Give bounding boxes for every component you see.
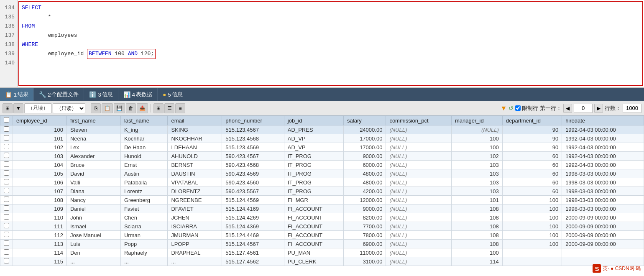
- tab-config[interactable]: 🔧 2 个配置文件: [34, 88, 84, 101]
- table-row[interactable]: 105DavidAustinDAUSTIN590.423.4569IT_PROG…: [0, 169, 644, 178]
- row-checkbox[interactable]: [4, 179, 9, 184]
- header-manager-id[interactable]: manager_id: [452, 116, 503, 125]
- row-checkbox[interactable]: [4, 249, 9, 255]
- grid-btn[interactable]: ⊞: [153, 103, 164, 113]
- tab-info1[interactable]: ℹ️ 3 信息: [84, 88, 118, 101]
- menu-btn[interactable]: ▼: [13, 103, 23, 113]
- table-row[interactable]: 111IsmaelSciarraISCIARRA515.124.4369FI_A…: [0, 222, 644, 231]
- table-row[interactable]: 114DenRaphaelyDRAPHEAL515.127.4561PU_MAN…: [0, 248, 644, 257]
- row-checkbox-cell[interactable]: [0, 134, 13, 143]
- table-row[interactable]: 102LexDe HaanLDEHAAN515.123.4569AD_VP170…: [0, 143, 644, 152]
- cell-job_id: FI_ACCOUNT: [284, 213, 343, 222]
- limit-checkbox[interactable]: [515, 105, 521, 111]
- code-area[interactable]: SELECT * FROM employees WHERE employee_i…: [18, 0, 644, 87]
- table-row[interactable]: 103AlexanderHunoldAHUNOLD590.423.4567IT_…: [0, 152, 644, 161]
- header-email[interactable]: email: [168, 116, 222, 125]
- export-btn[interactable]: 📤: [137, 103, 148, 113]
- paste-btn[interactable]: 📋: [102, 103, 113, 113]
- cell-salary: 4200.00: [344, 187, 386, 196]
- row-checkbox[interactable]: [4, 170, 9, 176]
- header-last-name[interactable]: last_name: [120, 116, 168, 125]
- cell-phone_number: 515.123.4569: [222, 143, 284, 152]
- row-checkbox-cell[interactable]: [0, 231, 13, 240]
- row-checkbox[interactable]: [4, 135, 9, 141]
- row-checkbox[interactable]: [4, 161, 9, 167]
- row-checkbox-cell[interactable]: [0, 152, 13, 161]
- row-checkbox[interactable]: [4, 126, 9, 132]
- table-row[interactable]: 115.........515.127.4562PU_CLERK3100.00(…: [0, 257, 644, 266]
- row-checkbox-cell[interactable]: [0, 169, 13, 178]
- header-phone-number[interactable]: phone_number: [222, 116, 284, 125]
- row-checkbox-cell[interactable]: [0, 196, 13, 204]
- select-all-checkbox[interactable]: [4, 117, 9, 123]
- cell-commission_pct: (NULL): [386, 161, 452, 169]
- cell-manager_id: 100: [452, 143, 503, 152]
- cell-last_name: Lorentz: [120, 187, 168, 196]
- header-job-id[interactable]: job_id: [284, 116, 343, 125]
- prev-page-btn[interactable]: ◀: [563, 104, 572, 113]
- row-checkbox-cell[interactable]: [0, 143, 13, 152]
- table-row[interactable]: 113LuisPoppLPOPP515.124.4567FI_ACCOUNT69…: [0, 240, 644, 248]
- row-checkbox[interactable]: [4, 144, 9, 149]
- limit-check[interactable]: 限制行 第一行：: [515, 105, 562, 112]
- table-row[interactable]: 112Jose ManuelUrmanJMURMAN515.124.4469FI…: [0, 231, 644, 240]
- next-page-btn[interactable]: ▶: [594, 104, 603, 113]
- row-checkbox-cell[interactable]: [0, 187, 13, 196]
- row-checkbox[interactable]: [4, 214, 9, 220]
- cell-first_name: Bruce: [66, 161, 120, 169]
- sep1: [88, 104, 88, 112]
- header-checkbox-col[interactable]: [0, 116, 13, 125]
- row-checkbox-cell[interactable]: [0, 257, 13, 266]
- row-checkbox-cell[interactable]: [0, 213, 13, 222]
- save-btn[interactable]: 💾: [114, 103, 125, 113]
- form-btn[interactable]: ☰: [164, 103, 174, 113]
- table-row[interactable]: 100StevenK_ingSKING515.123.4567AD_PRES24…: [0, 125, 644, 134]
- table-row[interactable]: 106ValliPataballaVPATABAL590.423.4560IT_…: [0, 178, 644, 187]
- table-row[interactable]: 107DianaLorentzDLORENTZ590.423.5567IT_PR…: [0, 187, 644, 196]
- grid-view-btn[interactable]: ⊞: [3, 103, 13, 113]
- row-checkbox-cell[interactable]: [0, 240, 13, 248]
- table-row[interactable]: 109DanielFavietDFAVIET515.124.4169FI_ACC…: [0, 204, 644, 213]
- cell-phone_number: 515.127.4561: [222, 248, 284, 257]
- header-commission-pct[interactable]: commission_pct: [386, 116, 452, 125]
- filter-icon[interactable]: ▼: [501, 105, 507, 112]
- cell-first_name: Alexander: [66, 152, 120, 161]
- row-checkbox[interactable]: [4, 153, 9, 158]
- cell-commission_pct: (NULL): [386, 257, 452, 266]
- row-checkbox[interactable]: [4, 197, 9, 202]
- tab-info2[interactable]: ● 5 信息: [158, 88, 188, 101]
- header-salary[interactable]: salary: [344, 116, 386, 125]
- row-checkbox-cell[interactable]: [0, 178, 13, 187]
- row-checkbox[interactable]: [4, 258, 9, 263]
- tab-tabledata[interactable]: 📊 4 表数据: [118, 88, 158, 101]
- row-checkbox[interactable]: [4, 223, 9, 228]
- row-checkbox-cell[interactable]: [0, 125, 13, 134]
- refresh-icon[interactable]: ↺: [509, 105, 514, 112]
- copy-btn[interactable]: ⎘: [91, 103, 101, 113]
- header-hiredate[interactable]: hiredate: [562, 116, 644, 125]
- row-checkbox[interactable]: [4, 240, 9, 246]
- row-checkbox[interactable]: [4, 205, 9, 211]
- results-table-container[interactable]: employee_id first_name last_name email p…: [0, 115, 644, 276]
- delete-btn[interactable]: 🗑: [126, 103, 136, 113]
- readonly-select[interactable]: （只读）: [53, 103, 85, 113]
- row-checkbox-cell[interactable]: [0, 222, 13, 231]
- row-checkbox[interactable]: [4, 232, 9, 237]
- text-btn[interactable]: ≡: [175, 103, 185, 113]
- row-count-input[interactable]: [623, 104, 641, 113]
- table-row[interactable]: 110JohnChenJCHEN515.124.4269FI_ACCOUNT82…: [0, 213, 644, 222]
- row-start-input[interactable]: [574, 104, 593, 113]
- table-row[interactable]: 104BruceErnstBERNST590.423.4568IT_PROG60…: [0, 161, 644, 169]
- cell-employee_id: 100: [13, 125, 67, 134]
- row-checkbox-cell[interactable]: [0, 204, 13, 213]
- header-employee-id[interactable]: employee_id: [13, 116, 67, 125]
- row-checkbox-cell[interactable]: [0, 161, 13, 169]
- table-row[interactable]: 108NancyGreenbergNGREENBE515.124.4569FI_…: [0, 196, 644, 204]
- cell-first_name: Jose Manuel: [66, 231, 120, 240]
- row-checkbox[interactable]: [4, 188, 9, 193]
- table-row[interactable]: 101NeenaKochharNKOCHHAR515.123.4568AD_VP…: [0, 134, 644, 143]
- row-checkbox-cell[interactable]: [0, 248, 13, 257]
- header-first-name[interactable]: first_name: [66, 116, 120, 125]
- header-department-id[interactable]: department_id: [502, 116, 562, 125]
- tab-results[interactable]: 📋 1 结果: [0, 88, 34, 101]
